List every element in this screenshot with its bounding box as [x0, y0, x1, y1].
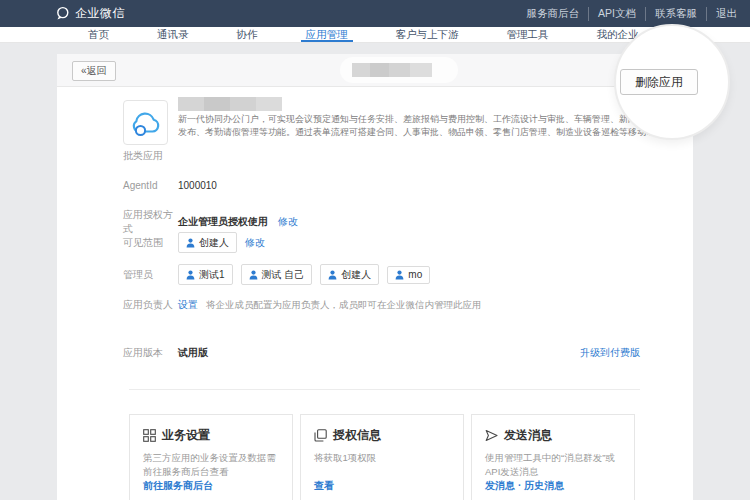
person-icon — [395, 270, 404, 280]
card-title-row: 业务设置 — [143, 427, 279, 444]
upgrade-to-paid-link[interactable]: 升级到付费版 — [580, 346, 640, 360]
admin-chip: mo — [387, 266, 430, 284]
row-agent-id: AgentId 1000010 — [123, 180, 693, 191]
agent-id-label: AgentId — [123, 180, 178, 191]
tab-collaboration[interactable]: 协作 — [237, 27, 258, 42]
admin-chip-label: 创建人 — [341, 268, 371, 282]
app-name-redaction — [178, 97, 282, 111]
row-owner: 应用负责人 设置 将企业成员配置为应用负责人，成员即可在企业微信内管理此应用 — [123, 298, 693, 312]
tab-contacts[interactable]: 通讯录 — [157, 27, 189, 42]
row-visible-range: 可见范围 创建人 修改 — [123, 232, 693, 253]
topbar-links: 服务商后台 API文档 联系客服 退出 — [527, 7, 737, 21]
row-admins: 管理员 测试1 测试 自己 创建人 — [123, 264, 693, 285]
admin-chip: 测试 自己 — [241, 264, 313, 285]
delete-app-button[interactable]: 删除应用 — [620, 69, 698, 95]
card-send-message: 发送消息 使用管理工具中的“消息群发”或API发送消息 发消息·历史消息 — [471, 414, 635, 500]
send-icon — [485, 429, 498, 442]
topbar-link-api-docs[interactable]: API文档 — [588, 7, 636, 21]
owner-label: 应用负责人 — [123, 298, 178, 312]
person-icon — [186, 238, 195, 248]
card-business-settings: 业务设置 第三方应用的业务设置及数据需前往服务商后台查看 前往服务商后台 — [129, 414, 293, 500]
topbar: 企业微信 服务商后台 API文档 联系客服 退出 — [0, 0, 750, 27]
card-desc: 第三方应用的业务设置及数据需前往服务商后台查看 — [143, 451, 279, 479]
admin-chip: 创建人 — [320, 264, 379, 285]
tab-customers[interactable]: 客户与上下游 — [396, 27, 459, 42]
send-message-link[interactable]: 发消息 — [485, 480, 515, 491]
app-description-line2: 发布、考勤请假管理等功能。通过表单流程可搭建合同、人事审批、物品申领、零售门店管… — [178, 126, 655, 139]
version-value: 试用版 — [178, 346, 208, 360]
owner-hint: 将企业成员配置为应用负责人，成员即可在企业微信内管理此应用 — [206, 299, 482, 312]
visible-range-chip-label: 创建人 — [199, 236, 229, 250]
link-separator: · — [518, 480, 521, 491]
grid-icon — [143, 429, 156, 442]
card-title-row: 发送消息 — [485, 427, 621, 444]
admin-chip-label: 测试1 — [199, 268, 225, 282]
admin-chip: 测试1 — [178, 264, 233, 285]
cloud-icon — [128, 108, 164, 138]
card-desc: 将获取1项权限 — [314, 451, 450, 465]
copy-icon — [314, 429, 327, 442]
card-auth-info: 授权信息 将获取1项权限 查看 — [300, 414, 464, 500]
app-description: 新一代协同办公门户，可实现会议预定通知与任务安排、差旅报销与费用控制、工作流设计… — [178, 113, 655, 139]
admin-chip-label: 测试 自己 — [262, 268, 305, 282]
topbar-link-provider-console[interactable]: 服务商后台 — [527, 7, 580, 21]
row-version: 应用版本 试用版 升级到付费版 — [123, 346, 693, 360]
tab-home[interactable]: 首页 — [88, 27, 109, 42]
visible-range-modify-link[interactable]: 修改 — [245, 236, 265, 250]
card-title-row: 授权信息 — [314, 427, 450, 444]
card-desc: 使用管理工具中的“消息群发”或API发送消息 — [485, 451, 621, 479]
app-description-line1: 新一代协同办公门户，可实现会议预定通知与任务安排、差旅报销与费用控制、工作流设计… — [178, 113, 655, 126]
topbar-link-contact-support[interactable]: 联系客服 — [645, 7, 697, 21]
admin-chip-label: mo — [408, 269, 422, 280]
brand[interactable]: 企业微信 — [55, 5, 125, 22]
auth-mode-modify-link[interactable]: 修改 — [278, 215, 298, 229]
agent-id-value: 1000010 — [178, 180, 217, 191]
card-title: 业务设置 — [162, 427, 210, 444]
page-header-strip: «返回 — [57, 54, 693, 87]
visible-range-label: 可见范围 — [123, 236, 178, 250]
person-icon — [186, 270, 195, 280]
person-icon — [249, 270, 258, 280]
tab-app-management[interactable]: 应用管理 — [306, 27, 348, 42]
app-icon — [123, 100, 168, 145]
brand-name: 企业微信 — [75, 5, 125, 22]
history-message-link[interactable]: 历史消息 — [524, 480, 564, 491]
go-to-provider-console-link[interactable]: 前往服务商后台 — [143, 479, 213, 493]
feature-cards: 业务设置 第三方应用的业务设置及数据需前往服务商后台查看 前往服务商后台 授权信… — [129, 414, 635, 500]
auth-mode-value: 企业管理员授权使用 — [178, 215, 268, 229]
chat-bubble-logo-icon — [55, 6, 70, 21]
send-message-links: 发消息·历史消息 — [485, 479, 564, 493]
section-divider — [129, 389, 640, 390]
main-container: «返回 批类应用 新一代协同办公门户，可实现会议预定通知与任务安排、差旅报销与费… — [57, 54, 693, 500]
admins-label: 管理员 — [123, 268, 178, 282]
page-title-redaction — [352, 63, 432, 77]
version-label: 应用版本 — [123, 346, 178, 360]
back-button[interactable]: «返回 — [72, 61, 116, 81]
owner-set-link[interactable]: 设置 — [178, 298, 198, 312]
topbar-link-logout[interactable]: 退出 — [706, 7, 737, 21]
app-detail-content: 批类应用 新一代协同办公门户，可实现会议预定通知与任务安排、差旅报销与费用控制、… — [57, 87, 693, 500]
tab-admin-tools[interactable]: 管理工具 — [507, 27, 549, 42]
card-title: 授权信息 — [333, 427, 381, 444]
visible-range-chip: 创建人 — [178, 232, 237, 253]
view-permissions-link[interactable]: 查看 — [314, 479, 334, 493]
card-title: 发送消息 — [504, 427, 552, 444]
app-category-label: 批类应用 — [123, 149, 163, 163]
person-icon — [328, 270, 337, 280]
